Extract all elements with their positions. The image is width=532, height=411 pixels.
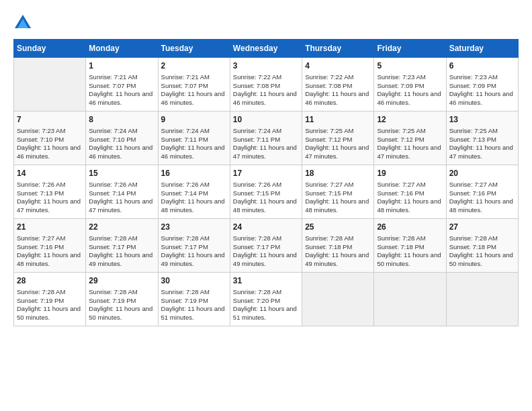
calendar-cell [374,273,446,326]
calendar-cell: 25Sunrise: 7:28 AM Sunset: 7:18 PM Dayli… [302,219,374,273]
day-number: 11 [305,114,371,126]
calendar-cell [446,273,518,326]
day-number: 9 [161,114,227,126]
cell-content: Sunrise: 7:25 AM Sunset: 7:12 PM Dayligh… [377,127,443,161]
cell-content: Sunrise: 7:25 AM Sunset: 7:13 PM Dayligh… [449,127,515,161]
cell-content: Sunrise: 7:21 AM Sunset: 7:07 PM Dayligh… [89,73,154,107]
cell-content: Sunrise: 7:23 AM Sunset: 7:09 PM Dayligh… [377,73,443,107]
day-number: 14 [17,168,83,179]
cell-content: Sunrise: 7:24 AM Sunset: 7:10 PM Dayligh… [89,127,154,161]
day-number: 2 [161,60,227,72]
cell-content: Sunrise: 7:27 AM Sunset: 7:16 PM Dayligh… [377,181,443,215]
day-number: 20 [449,168,515,179]
cell-content: Sunrise: 7:26 AM Sunset: 7:14 PM Dayligh… [89,181,154,215]
calendar-cell: 19Sunrise: 7:27 AM Sunset: 7:16 PM Dayli… [374,165,446,219]
cell-content: Sunrise: 7:28 AM Sunset: 7:19 PM Dayligh… [17,288,83,322]
day-number: 6 [449,60,515,72]
cell-content: Sunrise: 7:28 AM Sunset: 7:17 PM Dayligh… [233,234,299,269]
calendar-cell: 3Sunrise: 7:22 AM Sunset: 7:08 PM Daylig… [230,58,302,111]
calendar-header: SundayMondayTuesdayWednesdayThursdayFrid… [14,40,519,58]
calendar-body: 1Sunrise: 7:21 AM Sunset: 7:07 PM Daylig… [14,58,519,326]
cell-content: Sunrise: 7:22 AM Sunset: 7:08 PM Dayligh… [233,73,299,107]
day-number: 26 [377,222,443,233]
calendar-cell: 12Sunrise: 7:25 AM Sunset: 7:12 PM Dayli… [374,111,446,165]
day-number: 25 [305,222,371,233]
day-number: 7 [17,114,83,126]
week-row-1: 7Sunrise: 7:23 AM Sunset: 7:10 PM Daylig… [14,111,519,165]
cell-content: Sunrise: 7:22 AM Sunset: 7:08 PM Dayligh… [305,73,371,107]
calendar-cell: 2Sunrise: 7:21 AM Sunset: 7:07 PM Daylig… [158,58,230,111]
day-number: 8 [89,114,154,126]
day-number: 21 [17,222,83,233]
cell-content: Sunrise: 7:24 AM Sunset: 7:11 PM Dayligh… [161,127,227,161]
cell-content: Sunrise: 7:28 AM Sunset: 7:17 PM Dayligh… [89,234,154,269]
cell-content: Sunrise: 7:26 AM Sunset: 7:13 PM Dayligh… [17,181,83,215]
week-row-4: 28Sunrise: 7:28 AM Sunset: 7:19 PM Dayli… [14,273,519,326]
day-number: 29 [89,275,154,287]
cell-content: Sunrise: 7:28 AM Sunset: 7:19 PM Dayligh… [89,288,154,322]
cell-content: Sunrise: 7:23 AM Sunset: 7:10 PM Dayligh… [17,127,83,161]
cell-content: Sunrise: 7:28 AM Sunset: 7:18 PM Dayligh… [377,234,443,269]
day-number: 19 [377,168,443,179]
day-number: 18 [305,168,371,179]
calendar-cell: 24Sunrise: 7:28 AM Sunset: 7:17 PM Dayli… [230,219,302,273]
calendar-cell: 11Sunrise: 7:25 AM Sunset: 7:12 PM Dayli… [302,111,374,165]
header-day-monday: Monday [86,40,158,58]
cell-content: Sunrise: 7:28 AM Sunset: 7:18 PM Dayligh… [449,234,515,269]
day-number: 5 [377,60,443,72]
cell-content: Sunrise: 7:28 AM Sunset: 7:20 PM Dayligh… [233,288,299,322]
week-row-2: 14Sunrise: 7:26 AM Sunset: 7:13 PM Dayli… [14,165,519,219]
calendar-cell: 31Sunrise: 7:28 AM Sunset: 7:20 PM Dayli… [230,273,302,326]
day-number: 30 [161,275,227,287]
day-number: 28 [17,275,83,287]
day-number: 10 [233,114,299,126]
calendar-table: SundayMondayTuesdayWednesdayThursdayFrid… [13,39,519,326]
day-number: 23 [161,222,227,233]
cell-content: Sunrise: 7:26 AM Sunset: 7:15 PM Dayligh… [233,181,299,215]
calendar-cell: 5Sunrise: 7:23 AM Sunset: 7:09 PM Daylig… [374,58,446,111]
calendar-cell: 9Sunrise: 7:24 AM Sunset: 7:11 PM Daylig… [158,111,230,165]
calendar-cell [14,58,86,111]
page: SundayMondayTuesdayWednesdayThursdayFrid… [0,0,532,333]
day-number: 12 [377,114,443,126]
header-day-friday: Friday [374,40,446,58]
calendar-cell: 17Sunrise: 7:26 AM Sunset: 7:15 PM Dayli… [230,165,302,219]
header-row: SundayMondayTuesdayWednesdayThursdayFrid… [14,40,519,58]
calendar-cell: 21Sunrise: 7:27 AM Sunset: 7:16 PM Dayli… [14,219,86,273]
header-day-saturday: Saturday [446,40,518,58]
cell-content: Sunrise: 7:27 AM Sunset: 7:16 PM Dayligh… [449,181,515,215]
logo-icon [13,13,32,32]
header-day-thursday: Thursday [302,40,374,58]
day-number: 24 [233,222,299,233]
calendar-cell: 15Sunrise: 7:26 AM Sunset: 7:14 PM Dayli… [86,165,158,219]
header [13,13,519,32]
day-number: 1 [89,60,154,72]
calendar-cell: 20Sunrise: 7:27 AM Sunset: 7:16 PM Dayli… [446,165,518,219]
cell-content: Sunrise: 7:24 AM Sunset: 7:11 PM Dayligh… [233,127,299,161]
calendar-cell: 1Sunrise: 7:21 AM Sunset: 7:07 PM Daylig… [86,58,158,111]
calendar-cell: 28Sunrise: 7:28 AM Sunset: 7:19 PM Dayli… [14,273,86,326]
day-number: 13 [449,114,515,126]
header-day-wednesday: Wednesday [230,40,302,58]
cell-content: Sunrise: 7:23 AM Sunset: 7:09 PM Dayligh… [449,73,515,107]
calendar-cell [302,273,374,326]
calendar-cell: 29Sunrise: 7:28 AM Sunset: 7:19 PM Dayli… [86,273,158,326]
cell-content: Sunrise: 7:28 AM Sunset: 7:17 PM Dayligh… [161,234,227,269]
week-row-3: 21Sunrise: 7:27 AM Sunset: 7:16 PM Dayli… [14,219,519,273]
calendar-cell: 27Sunrise: 7:28 AM Sunset: 7:18 PM Dayli… [446,219,518,273]
cell-content: Sunrise: 7:27 AM Sunset: 7:16 PM Dayligh… [17,234,83,269]
cell-content: Sunrise: 7:26 AM Sunset: 7:14 PM Dayligh… [161,181,227,215]
calendar-cell: 23Sunrise: 7:28 AM Sunset: 7:17 PM Dayli… [158,219,230,273]
cell-content: Sunrise: 7:28 AM Sunset: 7:18 PM Dayligh… [305,234,371,269]
calendar-cell: 8Sunrise: 7:24 AM Sunset: 7:10 PM Daylig… [86,111,158,165]
calendar-cell: 6Sunrise: 7:23 AM Sunset: 7:09 PM Daylig… [446,58,518,111]
cell-content: Sunrise: 7:27 AM Sunset: 7:15 PM Dayligh… [305,181,371,215]
calendar-cell: 18Sunrise: 7:27 AM Sunset: 7:15 PM Dayli… [302,165,374,219]
day-number: 27 [449,222,515,233]
cell-content: Sunrise: 7:25 AM Sunset: 7:12 PM Dayligh… [305,127,371,161]
cell-content: Sunrise: 7:28 AM Sunset: 7:19 PM Dayligh… [161,288,227,322]
day-number: 16 [161,168,227,179]
calendar-cell: 4Sunrise: 7:22 AM Sunset: 7:08 PM Daylig… [302,58,374,111]
header-day-sunday: Sunday [14,40,86,58]
day-number: 15 [89,168,154,179]
